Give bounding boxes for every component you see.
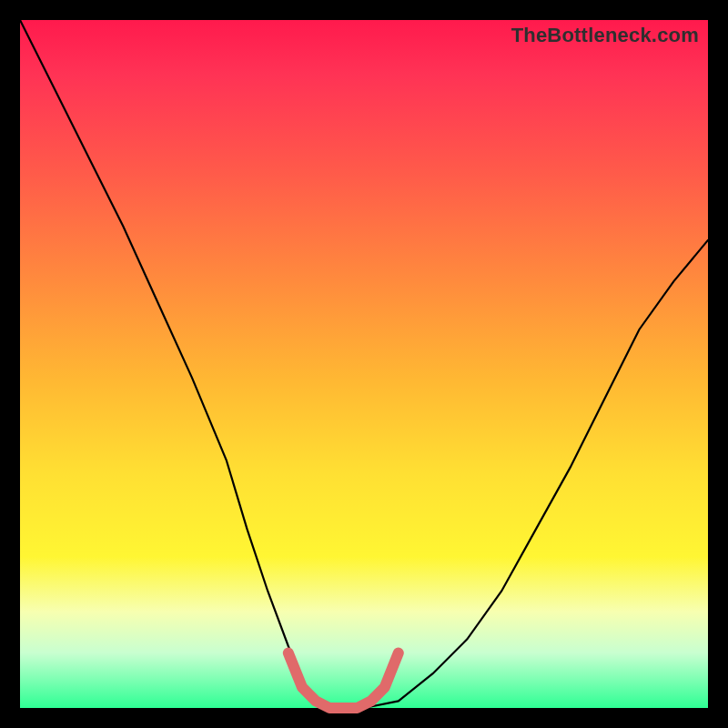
optimal-band	[288, 653, 399, 709]
curve-layer	[20, 20, 708, 708]
bottleneck-curve	[20, 20, 708, 708]
chart-frame: TheBottleneck.com	[0, 0, 728, 728]
plot-area: TheBottleneck.com	[20, 20, 708, 708]
